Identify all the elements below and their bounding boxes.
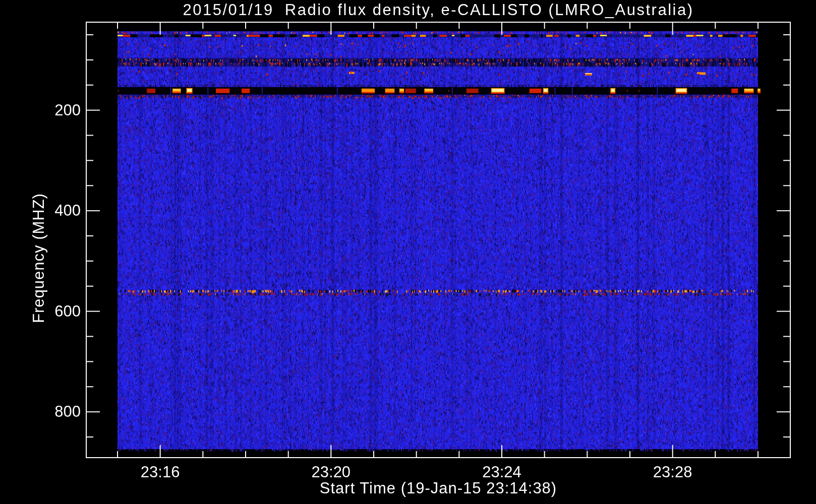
y-tick-label: 200 (21, 101, 81, 119)
x-tick-label: 23:28 (630, 463, 716, 481)
x-tick-label: 23:24 (459, 463, 545, 481)
y-tick-label: 600 (21, 302, 81, 321)
chart-title: 2015/01/19 Radio flux density, e-CALLIST… (86, 1, 790, 19)
x-axis-title: Start Time (19-Jan-15 23:14:38) (86, 479, 790, 497)
y-tick-label: 800 (21, 403, 81, 421)
x-tick-label: 23:20 (288, 463, 374, 481)
spectrogram-figure: 2015/01/19 Radio flux density, e-CALLIST… (0, 0, 816, 504)
spectrogram-canvas (0, 0, 816, 504)
y-tick-label: 400 (21, 202, 81, 220)
x-tick-label: 23:16 (118, 463, 203, 481)
